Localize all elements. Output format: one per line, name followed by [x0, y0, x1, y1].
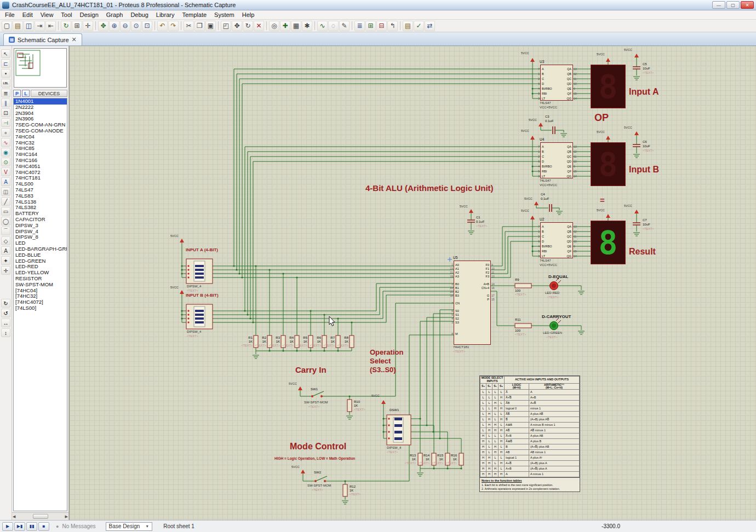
tab-close-icon[interactable]: ✕: [72, 36, 77, 43]
play-button[interactable]: ▶: [2, 522, 13, 531]
overview-pane[interactable]: [14, 48, 67, 88]
scroll-right-icon[interactable]: ▶: [65, 514, 68, 519]
junction-dot-mode-icon[interactable]: •: [1, 69, 10, 78]
origin-icon[interactable]: ✛: [83, 21, 93, 31]
menu-graph[interactable]: Graph: [102, 11, 127, 19]
import-file-icon[interactable]: ⇥: [35, 21, 45, 31]
device-item[interactable]: 74LS83: [14, 193, 67, 199]
scroll-thumb[interactable]: [33, 514, 48, 519]
pause-button[interactable]: ▮▮: [26, 522, 37, 531]
menu-design[interactable]: Design: [76, 11, 102, 19]
pan-icon[interactable]: ✥: [98, 21, 108, 31]
horizontal-mirror-icon[interactable]: ↔: [1, 319, 10, 327]
netlist-transfer-icon[interactable]: ⇄: [425, 21, 435, 31]
chip-U2[interactable]: U2 74LS47 VCC=5VCC 7126453ABCDBI/RBORBIL…: [540, 222, 573, 258]
redo-icon[interactable]: ↷: [168, 21, 179, 31]
zoom-out-icon[interactable]: ⊖: [120, 21, 130, 31]
export-file-icon[interactable]: ⇤: [45, 21, 56, 31]
device-list[interactable]: 1N40012N22222N39042N39067SEG-COM-AN-GRN7…: [13, 98, 67, 511]
cut-icon[interactable]: ✂: [184, 21, 194, 31]
block-move-icon[interactable]: ✥: [232, 21, 242, 31]
property-assign-icon[interactable]: ✎: [339, 21, 350, 31]
chip-U3[interactable]: U3 74LS47 VCC=5VCC 7126453ABCDBI/RBORBIL…: [540, 65, 573, 101]
zoom-area-icon[interactable]: ⊡: [142, 21, 152, 31]
goto-sheet-icon[interactable]: ↰: [387, 21, 398, 31]
menu-bar[interactable]: FileEditViewToolDesignGraphDebugLibraryT…: [0, 10, 756, 20]
terminals-mode-icon[interactable]: ⊣: [1, 118, 10, 127]
bom-icon[interactable]: ▤: [403, 21, 413, 31]
device-item[interactable]: [74LS00]: [14, 305, 67, 311]
zoom-all-icon[interactable]: ⊙: [131, 21, 141, 31]
2d-box-mode-icon[interactable]: ▭: [1, 207, 10, 216]
device-item[interactable]: 74HC04: [14, 134, 67, 140]
block-copy-icon[interactable]: ◰: [221, 21, 231, 31]
generator-mode-icon[interactable]: ⊙: [1, 158, 10, 166]
chip-U5-alu[interactable]: U5 74HCT181 <TEXT> 2232119 1222018 7 654…: [454, 261, 491, 345]
2d-path-mode-icon[interactable]: ◇: [1, 236, 10, 245]
menu-file[interactable]: File: [1, 11, 19, 19]
stop-button[interactable]: ■: [38, 522, 49, 531]
new-sheet-icon[interactable]: ⊞: [365, 21, 376, 31]
open-file-icon[interactable]: ▤: [13, 21, 23, 31]
make-device-icon[interactable]: ✚: [280, 21, 290, 31]
electrical-rule-check-icon[interactable]: ✓: [414, 21, 424, 31]
search-tag-icon[interactable]: ◌: [328, 21, 339, 31]
2d-marker-mode-icon[interactable]: ✛: [1, 266, 10, 275]
packaging-icon[interactable]: ▦: [291, 21, 301, 31]
block-delete-icon[interactable]: ✕: [254, 21, 264, 31]
subcircuit-mode-icon[interactable]: ⊡: [1, 108, 10, 117]
menu-tool[interactable]: Tool: [57, 11, 76, 19]
text-script-mode-icon[interactable]: ≣: [1, 89, 10, 97]
tape-recorder-mode-icon[interactable]: ◉: [1, 148, 10, 157]
2d-text-mode-icon[interactable]: A: [1, 246, 10, 255]
graph-mode-icon[interactable]: ∿: [1, 138, 10, 147]
2d-line-mode-icon[interactable]: ╱: [1, 197, 10, 206]
menu-debug[interactable]: Debug: [127, 11, 152, 19]
device-item[interactable]: LED-BLUE: [14, 252, 67, 258]
device-item[interactable]: SW-SPST-MOM: [14, 282, 67, 288]
current-probe-mode-icon[interactable]: A: [1, 177, 10, 186]
2d-arc-mode-icon[interactable]: ⌒: [1, 227, 10, 235]
2d-symbol-mode-icon[interactable]: ✦: [1, 256, 10, 265]
device-item[interactable]: DIPSW_3: [14, 223, 67, 229]
sidebar-scrollbar[interactable]: ◀ ▶: [12, 512, 68, 520]
tab-schematic-capture[interactable]: ▦ Schematic Capture ✕: [3, 33, 82, 45]
block-rotate-icon[interactable]: ↻: [243, 21, 253, 31]
menu-edit[interactable]: Edit: [19, 11, 37, 19]
library-button[interactable]: L: [22, 90, 30, 97]
pick-device-icon[interactable]: ◎: [269, 21, 279, 31]
wire-autorouter-icon[interactable]: ∿: [317, 21, 328, 31]
2d-circle-mode-icon[interactable]: ◯: [1, 217, 10, 225]
design-explorer-icon[interactable]: ≣: [354, 21, 365, 31]
seven-segment-input-b[interactable]: 8: [591, 142, 626, 186]
device-item[interactable]: 2N2222: [14, 105, 67, 111]
save-file-icon[interactable]: ◫: [24, 21, 34, 31]
decompose-icon[interactable]: ✱: [302, 21, 312, 31]
virtual-instruments-mode-icon[interactable]: ◫: [1, 187, 10, 196]
main-toolbar[interactable]: ▢▤◫⇥⇤↻⊞✛✥⊕⊖⊙⊡↶↷✂❐▣◰✥↻✕◎✚▦✱∿◌✎≣⊞⊟↰▤✓⇄: [0, 20, 756, 32]
undo-icon[interactable]: ↶: [157, 21, 168, 31]
design-selector[interactable]: Base Design ▼: [106, 522, 153, 531]
wire-label-mode-icon[interactable]: LBL: [1, 79, 10, 88]
close-button[interactable]: ✕: [741, 1, 754, 9]
seven-segment-input-a[interactable]: 8: [591, 65, 626, 108]
title-bar[interactable]: CrashCourseEE_ALU_74HCT181_01 - Proteus …: [0, 0, 756, 10]
menu-view[interactable]: View: [37, 11, 58, 19]
maximize-button[interactable]: ▢: [726, 1, 740, 9]
scroll-left-icon[interactable]: ◀: [13, 514, 15, 519]
menu-help[interactable]: Help: [238, 11, 259, 19]
new-file-icon[interactable]: ▢: [2, 21, 12, 31]
grid-toggle-icon[interactable]: ⊞: [72, 21, 82, 31]
rotate-clockwise-icon[interactable]: ↻: [1, 299, 10, 308]
buses-mode-icon[interactable]: ∥: [1, 99, 10, 107]
copy-icon[interactable]: ❐: [194, 21, 205, 31]
redraw-icon[interactable]: ↻: [61, 21, 71, 31]
mode-toolbar[interactable]: ↖⊏•LBL≣∥⊡⊣∘∿◉⊙VA◫╱▭◯⌒◇A✦✛↻↺↔↕: [0, 46, 12, 520]
pick-device-button[interactable]: P: [13, 90, 21, 97]
paste-icon[interactable]: ▣: [205, 21, 216, 31]
component-mode-icon[interactable]: ⊏: [1, 59, 10, 68]
menu-library[interactable]: Library: [152, 11, 179, 19]
menu-template[interactable]: Template: [178, 11, 210, 19]
step-button[interactable]: ▶▮: [14, 522, 25, 531]
seven-segment-result[interactable]: 8: [591, 221, 626, 264]
